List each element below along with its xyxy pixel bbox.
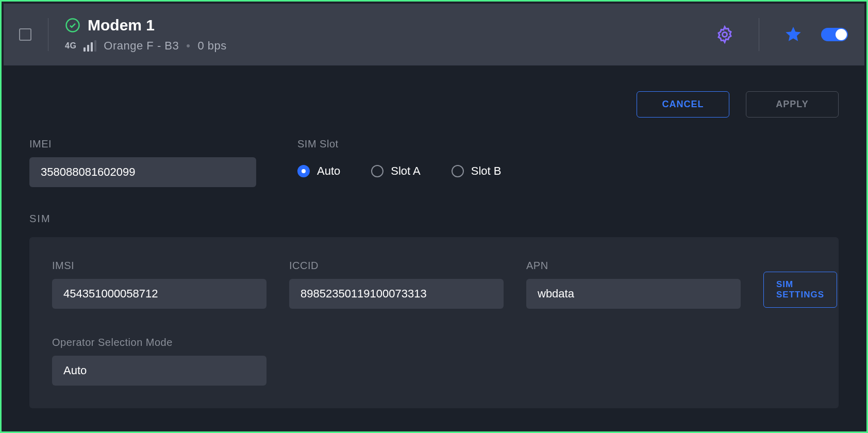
divider [759, 18, 759, 51]
bandwidth-label: 0 bps [197, 39, 226, 53]
settings-icon[interactable] [715, 25, 734, 44]
modem-title: Modem 1 [88, 16, 155, 34]
sim-slot-auto[interactable]: Auto [297, 164, 340, 178]
apn-value: wbdata [526, 279, 741, 309]
modem-header: Modem 1 4G Orange F - B3 • 0 bps [4, 4, 864, 65]
separator-dot: • [186, 39, 190, 53]
radio-icon [297, 165, 310, 177]
cancel-button[interactable]: CANCEL [637, 91, 729, 118]
sim-section-title: SIM [29, 213, 839, 225]
radio-icon [371, 165, 383, 177]
apply-button: APPLY [746, 91, 839, 118]
sim-slot-a[interactable]: Slot A [371, 164, 420, 178]
select-checkbox[interactable] [19, 28, 31, 41]
sim-slot-label: SIM Slot [297, 138, 501, 150]
sim-slot-b[interactable]: Slot B [452, 164, 502, 178]
status-ok-icon [65, 18, 80, 33]
imsi-value: 454351000058712 [52, 279, 266, 309]
svg-point-0 [66, 19, 79, 32]
imei-label: IMEI [29, 138, 256, 150]
divider [48, 18, 48, 51]
iccid-label: ICCID [289, 260, 504, 272]
svg-point-1 [723, 32, 727, 37]
sim-settings-button[interactable]: SIM SETTINGS [763, 272, 837, 308]
sim-panel: IMSI 454351000058712 ICCID 8985235011910… [29, 237, 839, 408]
op-mode-label: Operator Selection Mode [52, 337, 816, 348]
enable-toggle[interactable] [821, 28, 848, 41]
imei-value: 358088081602099 [29, 157, 256, 187]
operator-label: Orange F - B3 [104, 39, 179, 53]
apn-label: APN [526, 260, 741, 272]
favorite-icon[interactable] [784, 25, 803, 44]
network-type: 4G [65, 41, 76, 51]
signal-icon [84, 40, 96, 52]
imsi-label: IMSI [52, 260, 266, 272]
op-mode-value: Auto [52, 356, 266, 386]
radio-icon [452, 165, 464, 177]
iccid-value: 89852350119100073313 [289, 279, 504, 309]
